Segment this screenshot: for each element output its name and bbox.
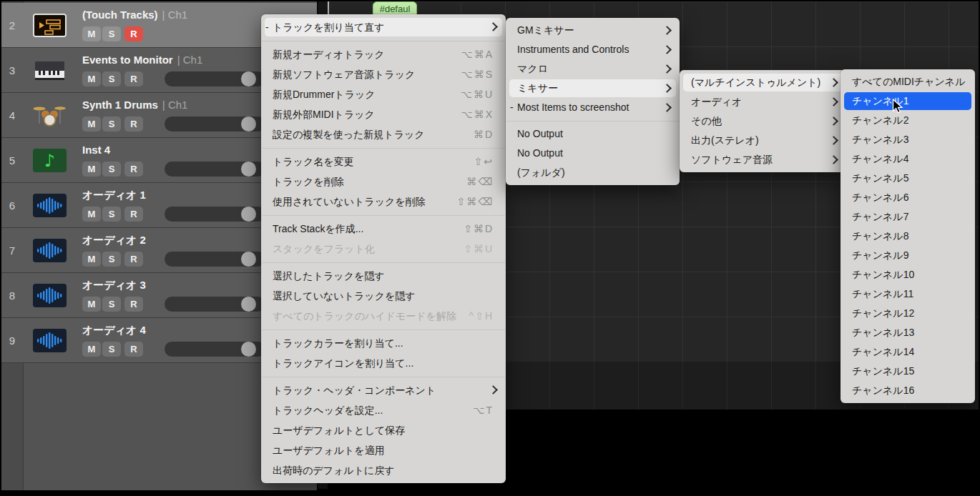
menu-channels-item[interactable]: チャンネル7 — [841, 207, 975, 227]
volume-slider[interactable] — [165, 297, 265, 312]
volume-knob[interactable] — [241, 342, 256, 357]
mute-button[interactable]: M — [82, 342, 101, 357]
menu-main-item[interactable]: ユーザデフォルトとして保存 — [261, 420, 506, 440]
solo-button[interactable]: S — [102, 26, 121, 41]
menu-output-item[interactable]: GMミキサー — [506, 21, 680, 40]
volume-knob[interactable] — [241, 207, 256, 222]
menu-output-item[interactable]: マクロ — [506, 59, 680, 79]
menu-main-item[interactable]: 選択したトラックを隠す — [261, 266, 506, 286]
menu-main-item[interactable]: トラックを削除⌘⌫ — [261, 172, 506, 192]
solo-button[interactable]: S — [102, 162, 121, 177]
waveform-icon[interactable] — [33, 329, 67, 352]
menu-output-item[interactable]: Instruments and Controls — [506, 40, 680, 59]
volume-knob[interactable] — [241, 252, 256, 267]
volume-knob[interactable] — [241, 297, 256, 312]
track-name[interactable]: オーディオ 2 — [82, 234, 146, 246]
menu-main-item[interactable]: 新規Drummerトラック⌥⌘U — [261, 84, 506, 104]
waveform-icon[interactable] — [33, 239, 67, 262]
volume-slider[interactable] — [165, 342, 265, 357]
playhead[interactable] — [328, 1, 329, 14]
waveform-icon[interactable] — [33, 194, 67, 217]
menu-channels-item[interactable]: チャンネル1 — [841, 91, 975, 111]
volume-knob[interactable] — [241, 162, 256, 177]
menu-output-item[interactable]: ミキサー — [506, 79, 680, 98]
mute-button[interactable]: M — [82, 162, 101, 177]
menu-channels-item[interactable]: チャンネル5 — [841, 169, 975, 188]
track-name[interactable]: Synth 1 Drums — [82, 99, 158, 111]
solo-button[interactable]: S — [102, 297, 121, 312]
menu-channels-item[interactable]: チャンネル13 — [841, 323, 975, 342]
menu-main-item[interactable]: 出荷時のデフォルトに戻す — [261, 460, 506, 480]
menu-channels-item[interactable]: チャンネル14 — [841, 342, 975, 362]
track-name[interactable]: Inst 4 — [82, 144, 110, 156]
mute-button[interactable]: M — [82, 297, 101, 312]
menu-output-item[interactable]: No Output — [506, 124, 680, 144]
record-button[interactable]: R — [124, 162, 143, 177]
menu-channels-item[interactable]: チャンネル2 — [841, 111, 975, 130]
track-name[interactable]: オーディオ 3 — [82, 279, 146, 291]
record-button[interactable]: R — [124, 26, 143, 41]
menu-channels-item[interactable]: チャンネル16 — [841, 381, 975, 400]
menu-mixer-item[interactable]: オーディオ — [680, 92, 846, 111]
mute-button[interactable]: M — [82, 207, 101, 222]
volume-knob[interactable] — [241, 116, 256, 132]
volume-slider[interactable] — [165, 71, 265, 86]
track-name[interactable]: Events to Monitor — [82, 54, 173, 66]
menu-mixer-item[interactable]: (マルチインストゥルメント) — [680, 73, 846, 92]
solo-button[interactable]: S — [102, 207, 121, 222]
menu-channels-item[interactable]: チャンネル8 — [841, 227, 975, 246]
menu-channels-item[interactable]: チャンネル11 — [841, 284, 975, 304]
menu-output-item[interactable]: -Most Items to screenshot — [506, 98, 680, 117]
menu-main-item[interactable]: トラック・ヘッダ・コンポーネント — [261, 380, 506, 400]
mute-button[interactable]: M — [82, 71, 101, 86]
menu-channels-item[interactable]: チャンネル12 — [841, 304, 975, 323]
volume-slider[interactable] — [165, 162, 265, 177]
volume-slider[interactable] — [165, 252, 265, 267]
menu-channels-item[interactable]: すべてのMIDIチャンネル — [841, 72, 975, 91]
menu-main-item[interactable]: 選択していないトラックを隠す — [261, 286, 506, 306]
menu-output-item[interactable]: No Output — [506, 144, 680, 163]
menu-main-item[interactable]: -トラックを割り当て直す — [261, 17, 506, 37]
menu-mixer-item[interactable]: その他 — [680, 111, 846, 131]
menu-main-item[interactable]: 新規オーディオトラック⌥⌘A — [261, 44, 506, 64]
menu-main-item[interactable]: 新規ソフトウェア音源トラック⌥⌘S — [261, 64, 506, 84]
menu-main-item[interactable]: ユーザデフォルトを適用 — [261, 440, 506, 460]
volume-knob[interactable] — [241, 71, 256, 86]
menu-channels-item[interactable]: チャンネル10 — [841, 265, 975, 284]
record-button[interactable]: R — [124, 252, 143, 267]
track-name[interactable]: オーディオ 1 — [82, 189, 146, 201]
menu-main-item[interactable]: トラックヘッダを設定...⌥T — [261, 400, 506, 420]
track-name[interactable]: (Touch Tracks) — [82, 9, 158, 21]
track-name[interactable]: オーディオ 4 — [82, 324, 146, 336]
drum-kit-icon[interactable] — [33, 104, 67, 127]
volume-slider[interactable] — [165, 207, 265, 222]
menu-channels-item[interactable]: チャンネル6 — [841, 188, 975, 207]
solo-button[interactable]: S — [102, 252, 121, 267]
record-button[interactable]: R — [124, 71, 143, 86]
menu-main-item[interactable]: 設定の複製を使った新規トラック⌘D — [261, 124, 506, 144]
menu-main-item[interactable]: トラック名を変更⇧↩ — [261, 152, 506, 172]
mute-button[interactable]: M — [82, 26, 101, 41]
solo-button[interactable]: S — [102, 71, 121, 86]
menu-main-item[interactable]: 使用されていないトラックを削除⇧⌘⌫ — [261, 192, 506, 212]
piano-icon[interactable] — [33, 59, 67, 82]
record-button[interactable]: R — [124, 297, 143, 312]
menu-main-item[interactable]: 新規外部MIDIトラック⌥⌘X — [261, 104, 506, 124]
mute-button[interactable]: M — [82, 116, 101, 132]
touch-tracks-icon[interactable] — [33, 14, 67, 37]
waveform-icon[interactable] — [33, 284, 67, 307]
menu-main-item[interactable]: トラックカラーを割り当て... — [261, 333, 506, 353]
record-button[interactable]: R — [124, 342, 143, 357]
menu-mixer-item[interactable]: 出力(ステレオ) — [680, 131, 846, 150]
volume-slider[interactable] — [165, 116, 265, 132]
solo-button[interactable]: S — [102, 342, 121, 357]
menu-main-item[interactable]: トラックアイコンを割り当て... — [261, 353, 506, 373]
menu-channels-item[interactable]: チャンネル3 — [841, 130, 975, 149]
solo-button[interactable]: S — [102, 116, 121, 132]
record-button[interactable]: R — [124, 207, 143, 222]
menu-output-item[interactable]: (フォルダ) — [506, 163, 680, 182]
record-button[interactable]: R — [124, 116, 143, 132]
music-note-icon[interactable]: ♪ — [33, 149, 67, 172]
menu-channels-item[interactable]: チャンネル4 — [841, 149, 975, 169]
menu-main-item[interactable]: Track Stackを作成...⇧⌘D — [261, 219, 506, 239]
